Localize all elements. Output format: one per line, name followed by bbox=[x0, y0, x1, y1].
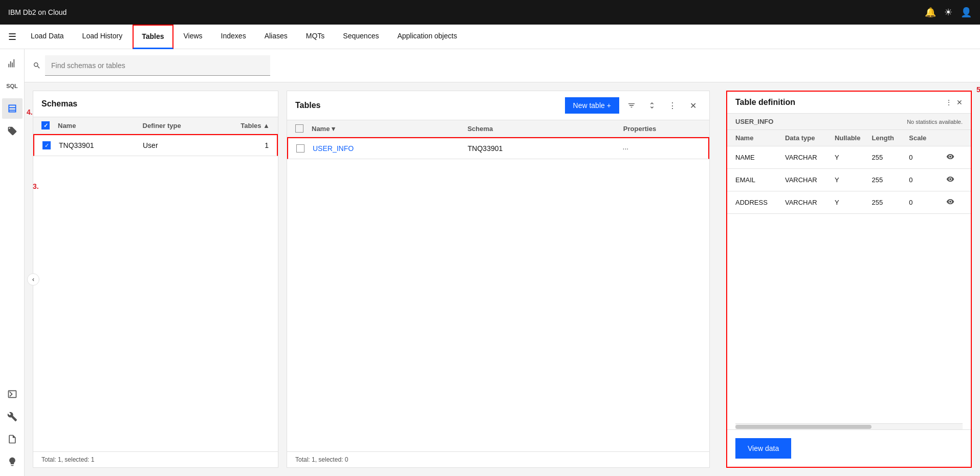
def-panel-title: Table definition bbox=[735, 98, 795, 107]
tables-select-all-checkbox[interactable] bbox=[295, 124, 303, 133]
sidebar-tag-icon[interactable] bbox=[2, 121, 23, 141]
nav-views[interactable]: Views bbox=[176, 25, 211, 49]
nav-sequences[interactable]: Sequences bbox=[335, 25, 387, 49]
schemas-col-tables: Tables ▲ bbox=[227, 122, 270, 129]
def-more-options-icon[interactable]: ⋮ bbox=[945, 98, 952, 106]
search-bar bbox=[25, 49, 980, 82]
schemas-table-header: ✓ Name Definer type Tables ▲ bbox=[33, 117, 278, 134]
def-field-nullable-1: Y bbox=[835, 176, 872, 184]
nav-load-data[interactable]: Load Data bbox=[23, 25, 72, 49]
def-field-datatype-2: VARCHAR bbox=[785, 199, 835, 206]
def-row-address: ADDRESS VARCHAR Y 255 0 bbox=[727, 191, 971, 214]
schemas-header-checkbox: ✓ bbox=[41, 121, 58, 129]
new-table-plus-icon: + bbox=[607, 101, 611, 110]
nav-aliases[interactable]: Aliases bbox=[256, 25, 296, 49]
navbar: ☰ Load Data Load History Tables Views In… bbox=[0, 25, 980, 49]
def-field-nullable-0: Y bbox=[835, 154, 872, 161]
def-scrollbar-thumb[interactable] bbox=[735, 425, 872, 429]
nav-application-objects[interactable]: Application objects bbox=[389, 25, 465, 49]
def-panel-actions: ⋮ ✕ bbox=[945, 98, 963, 106]
topbar: IBM Db2 on Cloud 🔔 ☀ 👤 bbox=[0, 0, 980, 25]
def-field-scale-0: 0 bbox=[909, 154, 946, 161]
new-table-button[interactable]: New table + bbox=[565, 97, 619, 114]
def-field-length-0: 255 bbox=[872, 154, 909, 161]
sort-icon[interactable] bbox=[644, 97, 660, 114]
schema-name: TNQ33901 bbox=[59, 141, 143, 149]
def-field-view-icon-1[interactable] bbox=[946, 175, 963, 185]
tables-col-properties: Properties bbox=[623, 125, 701, 133]
collapse-schemas-button[interactable]: ‹ bbox=[27, 273, 39, 286]
nav-load-history[interactable]: Load History bbox=[74, 25, 131, 49]
def-close-icon[interactable]: ✕ bbox=[956, 98, 963, 106]
table-row-properties[interactable]: ··· bbox=[623, 144, 700, 153]
def-field-view-icon-0[interactable] bbox=[946, 153, 963, 162]
tables-panel-actions: New table + ⋮ ✕ bbox=[565, 97, 701, 114]
def-table-name-label: USER_INFO bbox=[735, 118, 773, 125]
def-field-datatype-0: VARCHAR bbox=[785, 154, 835, 161]
def-row-email: EMAIL VARCHAR Y 255 0 bbox=[727, 169, 971, 191]
tables-col-schema: Schema bbox=[467, 125, 623, 133]
sidebar-lightbulb-icon[interactable] bbox=[2, 451, 23, 472]
def-field-view-icon-2[interactable] bbox=[946, 198, 963, 207]
def-no-stats: No statistics available. bbox=[907, 119, 963, 125]
def-scrollbar bbox=[735, 423, 963, 429]
def-field-scale-2: 0 bbox=[909, 199, 946, 206]
def-field-name-1: EMAIL bbox=[735, 176, 785, 184]
schemas-col-name: Name bbox=[58, 122, 143, 129]
nav-tables[interactable]: Tables bbox=[133, 25, 173, 49]
nav-indexes[interactable]: Indexes bbox=[213, 25, 254, 49]
step-3-label: 3. bbox=[33, 182, 39, 190]
sidebar-analytics-icon[interactable] bbox=[2, 53, 23, 74]
def-field-name-2: ADDRESS bbox=[735, 199, 785, 206]
bell-icon[interactable]: 🔔 bbox=[925, 7, 936, 18]
tables-panel: 4. Tables New table + bbox=[287, 91, 710, 468]
hamburger-icon[interactable]: ☰ bbox=[8, 31, 16, 42]
schema-definer-type: User bbox=[143, 141, 227, 149]
table-row-checkbox[interactable] bbox=[296, 144, 304, 153]
sidebar-sql-icon[interactable]: SQL bbox=[2, 76, 23, 96]
def-header-datatype: Data type bbox=[785, 134, 835, 142]
sidebar-tools-icon[interactable] bbox=[2, 406, 23, 427]
panels-row: 1. Schemas ✓ Name Definer type Tables ▲ bbox=[25, 82, 980, 476]
new-table-label: New table bbox=[573, 101, 605, 110]
topbar-left: IBM Db2 on Cloud bbox=[8, 8, 67, 16]
view-data-button[interactable]: View data bbox=[735, 438, 791, 459]
schemas-select-all-checkbox[interactable]: ✓ bbox=[41, 121, 50, 129]
filter-icon[interactable] bbox=[623, 97, 640, 114]
table-row-name: USER_INFO bbox=[313, 144, 468, 153]
tables-panel-title: Tables bbox=[295, 101, 321, 110]
table-row[interactable]: USER_INFO TNQ33901 ··· bbox=[287, 137, 709, 159]
sidebar-icons: SQL bbox=[0, 49, 25, 476]
search-input[interactable] bbox=[45, 55, 270, 76]
close-tables-icon[interactable]: ✕ bbox=[685, 97, 701, 114]
schema-row[interactable]: ✓ TNQ33901 User 1 bbox=[33, 134, 278, 156]
schema-row-checkbox-container: ✓ bbox=[42, 141, 59, 149]
def-header-nullable: Nullable bbox=[835, 134, 872, 142]
def-rows-container: NAME VARCHAR Y 255 0 EMAIL VARCHAR Y bbox=[727, 146, 971, 423]
sidebar-document-icon[interactable] bbox=[2, 429, 23, 449]
search-icon bbox=[33, 61, 41, 70]
def-table-name-row: USER_INFO No statistics available. bbox=[727, 114, 971, 130]
sidebar-terminal-icon[interactable] bbox=[2, 384, 23, 404]
def-field-length-1: 255 bbox=[872, 176, 909, 184]
nav-mqts[interactable]: MQTs bbox=[298, 25, 333, 49]
tables-header-checkbox-col bbox=[295, 124, 312, 133]
def-field-datatype-1: VARCHAR bbox=[785, 176, 835, 184]
schema-row-checkbox[interactable]: ✓ bbox=[42, 141, 51, 149]
user-icon[interactable]: 👤 bbox=[961, 7, 972, 18]
def-header-name: Name bbox=[735, 134, 785, 142]
main-layout: SQL bbox=[0, 49, 980, 476]
schemas-panel: Schemas ✓ Name Definer type Tables ▲ ✓ bbox=[33, 91, 278, 468]
settings-icon[interactable]: ☀ bbox=[944, 7, 952, 18]
schemas-panel-title: Schemas bbox=[33, 91, 278, 117]
def-panel-header: Table definition ⋮ ✕ bbox=[727, 92, 971, 114]
more-options-icon[interactable]: ⋮ bbox=[664, 97, 681, 114]
schemas-col-definer: Definer type bbox=[143, 122, 228, 129]
def-header-length: Length bbox=[872, 134, 909, 142]
sidebar-tables-icon[interactable] bbox=[2, 98, 23, 119]
content-area: Refresh 1. Schemas ✓ Name Definer type T bbox=[25, 49, 980, 476]
table-name-link[interactable]: USER_INFO bbox=[313, 144, 354, 153]
sidebar-bottom-icons bbox=[2, 384, 23, 472]
tables-table-header: Name ▾ Schema Properties bbox=[287, 120, 709, 137]
def-field-nullable-2: Y bbox=[835, 199, 872, 206]
